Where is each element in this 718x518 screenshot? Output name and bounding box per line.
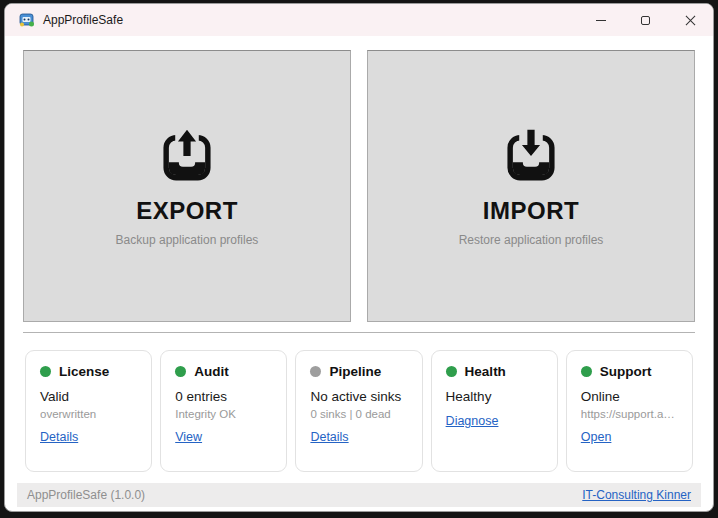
export-panel-button[interactable]: EXPORT Backup application profiles: [23, 50, 351, 322]
license-details-link[interactable]: Details: [40, 430, 78, 444]
audit-card-title: Audit: [194, 364, 229, 379]
window-controls: [578, 4, 713, 36]
export-label: EXPORT: [136, 197, 238, 225]
section-divider: [23, 332, 695, 333]
minimize-icon: [596, 20, 606, 21]
app-shield-icon: [19, 12, 35, 28]
close-icon: [685, 15, 696, 26]
audit-card: Audit 0 entries Integrity OK View: [160, 350, 287, 472]
health-card-title: Health: [465, 364, 506, 379]
app-version-text: AppProfileSafe (1.0.0): [27, 488, 145, 502]
audit-status-dot: [175, 366, 186, 377]
audit-view-link[interactable]: View: [175, 430, 202, 444]
close-button[interactable]: [668, 4, 713, 36]
pipeline-value: No active sinks: [310, 389, 407, 404]
export-subtitle: Backup application profiles: [116, 233, 259, 247]
pipeline-secondary: 0 sinks | 0 dead: [310, 408, 407, 420]
health-card: Health Healthy Diagnose: [431, 350, 558, 472]
import-tray-down-arrow-icon: [502, 126, 560, 184]
health-diagnose-link[interactable]: Diagnose: [446, 414, 499, 428]
audit-value: 0 entries: [175, 389, 272, 404]
pipeline-card: Pipeline No active sinks 0 sinks | 0 dea…: [295, 350, 422, 472]
import-panel-button[interactable]: IMPORT Restore application profiles: [367, 50, 695, 322]
window-title: AppProfileSafe: [43, 13, 123, 27]
pipeline-card-title: Pipeline: [329, 364, 381, 379]
titlebar: AppProfileSafe: [5, 4, 713, 36]
license-value: Valid: [40, 389, 137, 404]
pipeline-status-dot: [310, 366, 321, 377]
support-secondary: https://support.app...: [581, 408, 678, 420]
action-panels: EXPORT Backup application profiles IMPOR…: [23, 50, 695, 322]
license-status-dot: [40, 366, 51, 377]
support-status-dot: [581, 366, 592, 377]
maximize-icon: [641, 16, 650, 25]
support-open-link[interactable]: Open: [581, 430, 612, 444]
import-label: IMPORT: [483, 197, 579, 225]
support-value: Online: [581, 389, 678, 404]
status-cards: License Valid overwritten Details Audit …: [25, 350, 693, 472]
import-subtitle: Restore application profiles: [459, 233, 604, 247]
app-window: AppProfileSafe EXPOR: [4, 3, 714, 512]
footer-statusbar: AppProfileSafe (1.0.0) IT-Consulting Kin…: [17, 483, 701, 507]
audit-secondary: Integrity OK: [175, 408, 272, 420]
support-card: Support Online https://support.app... Op…: [566, 350, 693, 472]
license-card: License Valid overwritten Details: [25, 350, 152, 472]
health-status-dot: [446, 366, 457, 377]
vendor-link[interactable]: IT-Consulting Kinner: [582, 488, 691, 502]
maximize-button[interactable]: [623, 4, 668, 36]
pipeline-details-link[interactable]: Details: [310, 430, 348, 444]
support-card-title: Support: [600, 364, 652, 379]
license-secondary: overwritten: [40, 408, 137, 420]
license-card-title: License: [59, 364, 109, 379]
minimize-button[interactable]: [578, 4, 623, 36]
health-value: Healthy: [446, 389, 543, 404]
export-tray-up-arrow-icon: [158, 126, 216, 184]
